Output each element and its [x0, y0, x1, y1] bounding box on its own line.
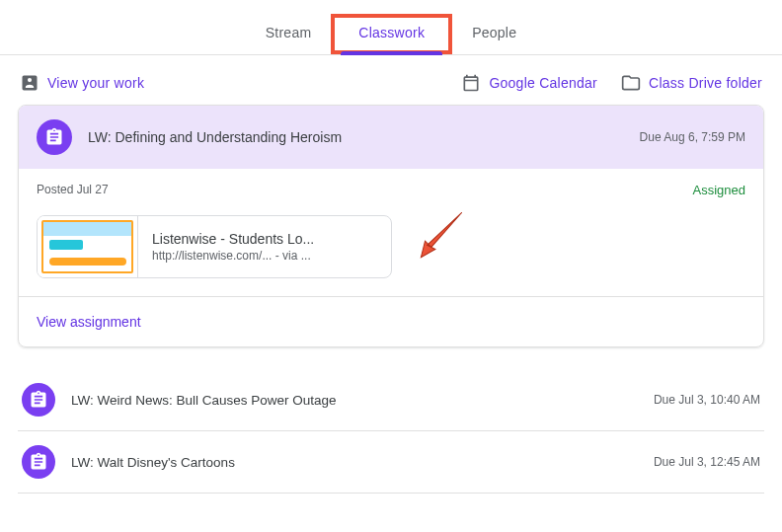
assignment-row[interactable]: LW: Weird News: Bull Causes Power Outage… [18, 369, 764, 431]
tab-people[interactable]: People [448, 11, 540, 54]
tab-classwork-label: Classwork [358, 25, 425, 40]
posted-date: Posted Jul 27 [37, 183, 109, 197]
tab-classwork[interactable]: Classwork [335, 11, 448, 54]
assignment-person-icon [20, 73, 39, 93]
folder-icon [621, 73, 641, 93]
drive-label: Class Drive folder [649, 75, 762, 91]
assignment-row-due: Due Jul 3, 10:40 AM [654, 393, 760, 407]
view-assignment-link[interactable]: View assignment [37, 314, 141, 330]
attachment-url: http://listenwise.com/... - via ... [152, 249, 314, 263]
tab-stream[interactable]: Stream [242, 11, 336, 54]
google-calendar-link[interactable]: Google Calendar [461, 73, 597, 93]
assignment-badge [22, 445, 55, 479]
assignment-row[interactable]: LW: Walt Disney's Cartoons Due Jul 3, 12… [18, 431, 764, 494]
assignment-clipboard-icon [44, 127, 64, 147]
nav-tabs: Stream Classwork People [0, 0, 782, 55]
assignment-clipboard-icon [29, 390, 48, 410]
assignment-due: Due Aug 6, 7:59 PM [640, 130, 745, 144]
class-drive-link[interactable]: Class Drive folder [621, 73, 762, 93]
calendar-label: Google Calendar [489, 75, 597, 91]
assignment-header[interactable]: LW: Defining and Understanding Heroism D… [19, 106, 763, 169]
calendar-icon [461, 73, 481, 93]
attachment-thumbnail [38, 216, 138, 277]
assignment-badge [37, 119, 72, 155]
status-badge: Assigned [693, 183, 745, 197]
assignment-row-title: LW: Weird News: Bull Causes Power Outage [71, 393, 654, 408]
assignment-row-title: LW: Walt Disney's Cartoons [71, 455, 654, 470]
view-your-work-label: View your work [47, 75, 144, 91]
assignment-card-expanded: LW: Defining and Understanding Heroism D… [18, 105, 764, 347]
assignment-list: LW: Weird News: Bull Causes Power Outage… [18, 369, 764, 494]
assignment-row-due: Due Jul 3, 12:45 AM [654, 455, 760, 469]
assignment-title: LW: Defining and Understanding Heroism [88, 129, 640, 145]
view-your-work-link[interactable]: View your work [20, 73, 144, 93]
attachment-link[interactable]: Listenwise - Students Lo... http://liste… [37, 215, 392, 278]
assignment-badge [22, 383, 55, 417]
utility-bar: View your work Google Calendar Class Dri… [0, 55, 782, 105]
assignment-clipboard-icon [29, 452, 48, 472]
attachment-title: Listenwise - Students Lo... [152, 231, 314, 247]
